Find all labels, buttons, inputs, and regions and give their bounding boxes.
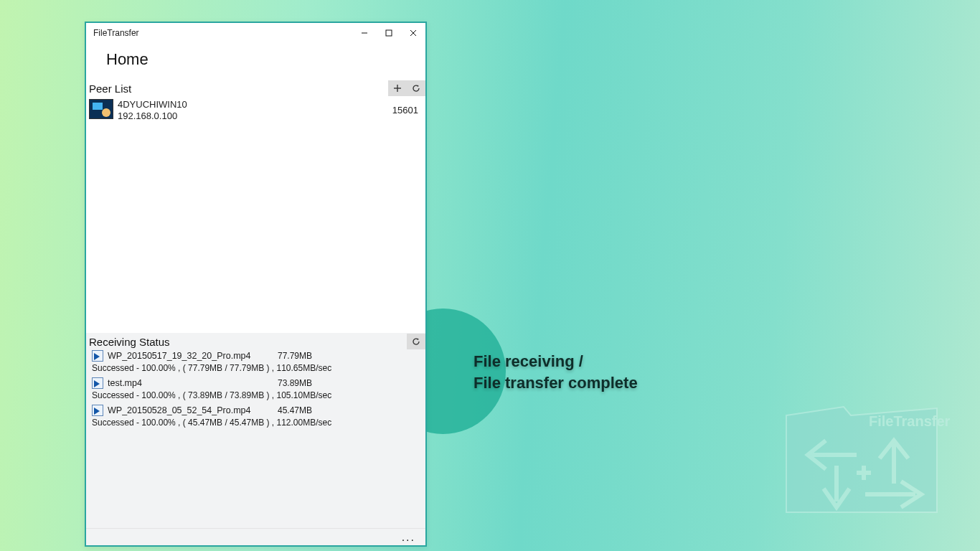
receiving-title: Receiving Status xyxy=(89,336,170,348)
file-name: WP_20150517_19_32_20_Pro.mp4 xyxy=(108,351,250,361)
refresh-icon xyxy=(412,84,420,93)
more-button[interactable]: ... xyxy=(402,531,415,544)
file-size: 73.89MB xyxy=(278,378,312,388)
file-status: Successed - 100.00% , ( 45.47MB / 45.47M… xyxy=(92,418,420,428)
receiving-file-item[interactable]: WP_20150528_05_52_54_Pro.mp4 45.47MB Suc… xyxy=(86,403,425,430)
titlebar[interactable]: FileTransfer xyxy=(86,23,425,43)
page-title: Home xyxy=(86,43,425,80)
peer-row[interactable]: 4DYUCHIWIN10 192.168.0.100 15601 xyxy=(89,96,423,121)
file-size: 45.47MB xyxy=(278,405,312,415)
bottom-bar: ... xyxy=(86,528,425,545)
refresh-icon xyxy=(412,337,420,346)
minimize-button[interactable] xyxy=(352,23,377,43)
app-logo: FileTransfer xyxy=(772,387,951,533)
file-status: Successed - 100.00% , ( 73.89MB / 73.89M… xyxy=(92,390,420,400)
file-name: WP_20150528_05_52_54_Pro.mp4 xyxy=(108,405,250,415)
video-file-icon xyxy=(92,350,103,362)
video-file-icon xyxy=(92,405,103,416)
receiving-file-item[interactable]: WP_20150517_19_32_20_Pro.mp4 77.79MB Suc… xyxy=(86,349,425,376)
file-size: 77.79MB xyxy=(278,351,312,361)
peer-list-section: Peer List 4DYUCHIWIN10 192.168.0.100 xyxy=(86,80,425,333)
refresh-receiving-button[interactable] xyxy=(407,334,425,349)
peer-port: 15601 xyxy=(392,105,418,116)
peer-list-title: Peer List xyxy=(89,83,131,95)
logo-text: FileTransfer xyxy=(869,413,951,429)
overlay-caption: File receiving / File transfer complete xyxy=(473,351,638,393)
peer-list-header: Peer List xyxy=(86,80,425,96)
app-window: FileTransfer Home Peer List xyxy=(85,22,427,547)
peer-name: 4DYUCHIWIN10 xyxy=(118,99,187,110)
receiving-header-row: Receiving Status xyxy=(86,333,425,349)
peer-list: 4DYUCHIWIN10 192.168.0.100 15601 xyxy=(86,96,425,333)
close-button[interactable] xyxy=(401,23,425,43)
plus-icon xyxy=(393,84,402,93)
peer-icon xyxy=(89,99,113,119)
window-title: FileTransfer xyxy=(93,28,139,38)
video-file-icon xyxy=(92,377,103,389)
maximize-button[interactable] xyxy=(377,23,401,43)
receiving-file-item[interactable]: test.mp4 73.89MB Successed - 100.00% , (… xyxy=(86,376,425,403)
overlay-line1: File receiving / xyxy=(473,351,638,372)
receiving-section: Receiving Status WP_20150517_19_32_20_Pr… xyxy=(86,333,425,545)
overlay-line2: File transfer complete xyxy=(473,372,638,394)
refresh-peers-button[interactable] xyxy=(407,80,425,96)
window-controls xyxy=(352,23,425,43)
peer-list-tools xyxy=(388,80,425,96)
svg-rect-1 xyxy=(386,30,392,36)
peer-ip: 192.168.0.100 xyxy=(118,110,187,122)
file-status: Successed - 100.00% , ( 77.79MB / 77.79M… xyxy=(92,363,420,373)
file-name: test.mp4 xyxy=(108,378,142,388)
add-peer-button[interactable] xyxy=(388,80,407,96)
